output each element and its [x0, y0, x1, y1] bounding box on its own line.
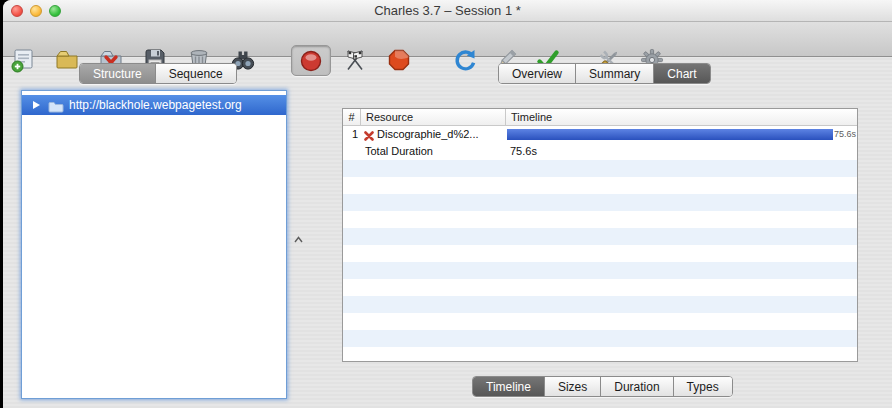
tab-sizes[interactable]: Sizes [545, 377, 601, 396]
tab-summary[interactable]: Summary [576, 64, 654, 83]
row-number: 1 [343, 126, 358, 143]
zoom-button[interactable] [49, 5, 61, 17]
refresh-arrows-icon [452, 47, 478, 73]
structure-sequence-tabs: Structure Sequence [79, 63, 237, 84]
checkered-flags-icon [342, 47, 368, 73]
new-session-icon [10, 47, 36, 73]
table-header: # Resource Timeline [343, 109, 857, 126]
throttling-button[interactable] [342, 47, 368, 73]
chart-timeline-table: # Resource Timeline 1 Discographie_d%2..… [342, 108, 858, 362]
tab-overview[interactable]: Overview [499, 64, 576, 83]
column-header-timeline[interactable]: Timeline [507, 109, 857, 125]
new-session-button[interactable] [10, 47, 36, 73]
record-button[interactable] [291, 45, 331, 76]
window-title: Charles 3.7 – Session 1 * [3, 0, 892, 22]
structure-tree-panel[interactable]: http://blackhole.webpagetest.org [21, 90, 287, 399]
stop-octagon-icon [386, 47, 412, 73]
tab-duration[interactable]: Duration [601, 377, 673, 396]
column-header-resource[interactable]: Resource [362, 109, 506, 125]
app-window: Charles 3.7 – Session 1 * [3, 0, 892, 408]
timeline-bar-value: 75.6s [834, 126, 856, 143]
toolbar [3, 22, 892, 57]
panel-splitter-handle[interactable] [294, 229, 303, 247]
breakpoints-button[interactable] [386, 47, 412, 73]
column-header-number[interactable]: # [343, 109, 361, 125]
table-row[interactable]: 1 Discographie_d%2... 75.6s [343, 126, 857, 143]
repeat-button[interactable] [452, 47, 478, 73]
timeline-bar [507, 129, 833, 140]
tab-structure[interactable]: Structure [80, 64, 156, 83]
row-resource: Total Duration [365, 143, 433, 160]
tree-item-label: http://blackhole.webpagetest.org [69, 95, 242, 115]
empty-rows [343, 160, 857, 361]
table-row[interactable]: Total Duration 75.6s [343, 143, 857, 160]
disclosure-triangle-icon[interactable] [33, 101, 40, 109]
open-folder-icon [54, 47, 80, 73]
folder-icon [48, 99, 64, 119]
tab-chart[interactable]: Chart [654, 64, 709, 83]
close-button[interactable] [11, 5, 23, 17]
row-resource: Discographie_d%2... [377, 126, 479, 143]
record-icon [298, 48, 324, 74]
tree-item[interactable]: http://blackhole.webpagetest.org [22, 95, 286, 115]
minimize-button[interactable] [30, 5, 42, 17]
overview-summary-chart-tabs: Overview Summary Chart [498, 63, 711, 84]
titlebar[interactable]: Charles 3.7 – Session 1 * [3, 0, 892, 22]
chart-mode-tabs: Timeline Sizes Duration Types [472, 376, 733, 397]
open-session-button[interactable] [54, 47, 80, 73]
tab-types[interactable]: Types [674, 377, 732, 396]
tab-sequence[interactable]: Sequence [156, 64, 236, 83]
row-timeline-value: 75.6s [510, 143, 537, 160]
tab-timeline[interactable]: Timeline [473, 377, 545, 396]
